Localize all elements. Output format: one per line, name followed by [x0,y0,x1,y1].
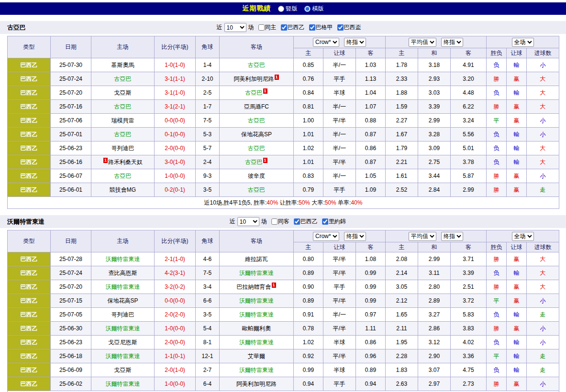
layout-option-horizontal[interactable]: 橫版 [304,5,324,13]
filter-checkbox[interactable] [281,24,287,31]
filter-option[interactable]: 同客 [271,218,289,226]
team-name-link[interactable]: 歐帕爾利奧 [242,325,271,332]
match-row: 巴西乙25-06-01競技會MG0-2(0-1)3-5古亞巴0.79平手1.09… [8,183,559,197]
team-name-link[interactable]: 亞馬遜FC [244,103,269,110]
team-name-link[interactable]: 哥列迪巴 [111,311,134,318]
filter-option[interactable]: 巴格甲 [309,23,333,32]
filter-checkbox[interactable] [294,218,300,225]
filter-option[interactable]: 里約錦 [322,218,346,226]
team-name-link[interactable]: 阿美利加明尼路 [234,76,274,82]
team-name-link[interactable]: 古亞巴 [114,76,132,82]
sub-column-header: 和 [418,242,451,252]
handicap-final-select[interactable]: 终指 [344,38,366,47]
fullmatch-scope-select[interactable]: 全场 [512,232,534,241]
summary-stat-label: 大率: [311,199,324,206]
filter-checkbox[interactable] [337,24,344,31]
match-row: 巴西乙25-06-23戈亞尼恩斯2-0(0-0)8-1沃爾特雷東達1.02半球0… [8,336,559,349]
filter-checkbox[interactable] [322,218,328,225]
team-name-link[interactable]: 阿美利加明尼路 [236,381,277,387]
handicap-final-select[interactable]: 终指 [344,232,366,241]
odds-group-header: Crow*终指 [294,36,386,48]
team-name-link[interactable]: 艾華爾 [248,353,265,359]
team-name-link[interactable]: 古亞巴 [248,186,265,193]
corner-cell: 2-5 [196,86,220,100]
filter-option[interactable]: 巴西乙 [294,218,318,226]
filter-option[interactable]: 巴西乙 [281,23,305,32]
date-cell: 25-07-16 [51,100,91,114]
crown-odds-select[interactable]: Crow* [313,232,339,241]
horizontal-layout-radio[interactable] [304,6,311,12]
date-cell: 25-07-20 [51,86,91,100]
team-name-link[interactable]: 沃爾特雷東達 [106,353,140,359]
average-odds-select[interactable]: 平均值 [409,38,436,47]
team-name-link[interactable]: 彼辛度 [248,173,265,179]
odds-cell: 2.27 [386,114,418,128]
sub-column-header: 客 [451,242,487,252]
team-name-link[interactable]: 哥列迪巴 [111,145,134,152]
team-name-link[interactable]: 路禾利桑天奴 [108,159,143,165]
fullmatch-scope-select[interactable]: 全场 [512,38,534,47]
filter-option[interactable]: 巴西盃 [337,23,361,32]
team-name-link[interactable]: 古亞巴 [114,131,132,138]
europe-final-select[interactable]: 终指 [441,38,463,47]
team-name-link[interactable]: 戈亞斯 [114,89,132,96]
date-cell: 25-06-23 [51,142,91,155]
odds-cell: 2.51 [451,280,487,294]
recent-count-select[interactable]: 10 [224,23,246,32]
odds-cell: 3.28 [418,128,451,142]
team-name-link[interactable]: 巴拉納體育會 [237,283,271,290]
team-name-link[interactable]: 沃爾特雷東達 [106,381,140,387]
odds-cell: 1.67 [386,128,418,142]
vertical-layout-radio[interactable] [278,6,284,12]
team-name-link[interactable]: 沃爾特雷東達 [239,297,274,304]
odds-cell: 5.83 [451,308,487,322]
odds-cell: 0.89 [294,294,323,308]
league-cell: 巴西乙 [8,363,51,377]
team-name-link[interactable]: 維拉諾瓦 [245,256,268,262]
average-odds-select[interactable]: 平均值 [409,232,436,241]
date-cell: 25-07-30 [51,58,91,72]
team-name-link[interactable]: 瑞模貝雷 [111,117,134,124]
crown-odds-select[interactable]: Crow* [313,38,339,47]
odds-cell: 平/半 [323,114,356,128]
filter-checkbox[interactable] [258,24,265,31]
team-name-link[interactable]: 古亞巴 [248,117,265,124]
team-name-link[interactable]: 沃爾特雷東達 [239,311,274,318]
sub-column-header: 主 [386,242,418,252]
europe-final-select[interactable]: 终指 [441,232,463,241]
filter-checkbox[interactable] [271,218,277,225]
odds-cell: 0.86 [356,142,386,155]
team-name-link[interactable]: 戈亞尼恩斯 [109,339,137,346]
team-name-link[interactable]: 查比高恩斯 [109,270,137,276]
team-name-link[interactable]: 古亞巴 [245,89,263,96]
team-name-link[interactable]: 競技會MG [110,186,136,193]
recent-count-select[interactable]: 10 [237,217,259,226]
filter-option[interactable]: 同主 [258,23,277,32]
team-name-link[interactable]: 沃爾特雷東達 [106,256,140,262]
team-name-link[interactable]: 保地花高SP [107,297,138,304]
odds-cell: 半/一 [323,308,356,322]
match-row: 巴西乙25-07-20戈亞斯3-1(1-0)2-5古亞巴10.84半球1.041… [8,86,559,100]
odds-cell: 半/一 [323,100,356,114]
team-name-link[interactable]: 古亞巴 [245,159,263,165]
league-cell: 巴西乙 [8,86,51,100]
score-cell: 2-1(1-0) [155,252,196,266]
filter-checkbox[interactable] [309,24,315,31]
league-cell: 巴西乙 [8,266,51,280]
team-name-link[interactable]: 古亞巴 [114,103,132,110]
team-name-link[interactable]: 沃爾特雷東達 [106,325,140,332]
team-name-link[interactable]: 沃爾特雷東達 [239,339,274,346]
team-name-link[interactable]: 沃爾特雷東達 [239,367,274,373]
team-name-link[interactable]: 古亞巴 [248,62,265,68]
team-name-link[interactable]: 基斯奧馬 [111,62,134,68]
team-name-link[interactable]: 戈亞斯 [114,367,132,373]
odds-cell: 1.05 [356,169,386,183]
team-name-link[interactable]: 沃爾特雷東達 [106,283,140,290]
odds-cell: 0.79 [294,183,323,197]
team-name-link[interactable]: 古亞巴 [114,173,132,179]
team-name-link[interactable]: 沃爾特雷東達 [239,270,274,276]
team-name-link[interactable]: 古亞巴 [248,145,265,152]
layout-option-vertical[interactable]: 豎版 [278,5,298,13]
team-name-link[interactable]: 保地花高SP [241,131,272,138]
odds-cell: 平/半 [323,252,356,266]
